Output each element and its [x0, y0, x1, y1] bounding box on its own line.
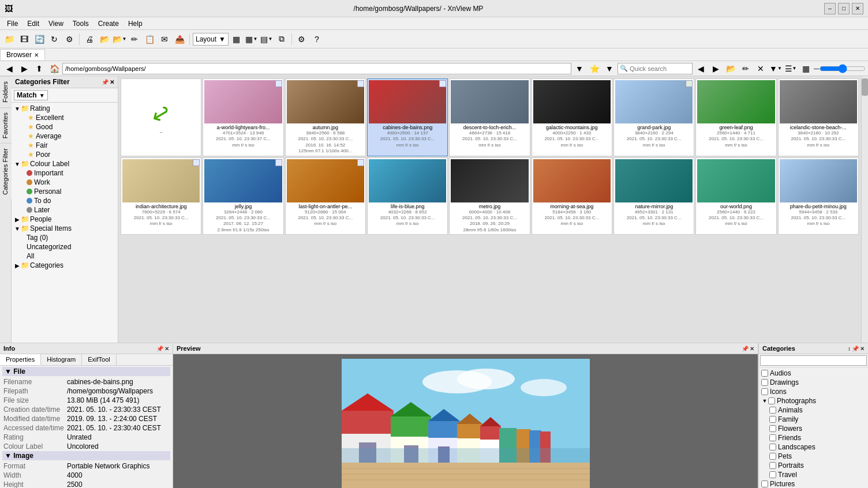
help-button[interactable]: ?	[310, 32, 324, 46]
menu-edit[interactable]: Edit	[23, 18, 44, 29]
close-preview-icon[interactable]: ✕	[750, 346, 754, 352]
tab-histogram[interactable]: Histogram	[41, 354, 82, 365]
copy-button[interactable]: 📋	[143, 32, 156, 46]
main-scrollbar[interactable]	[861, 76, 868, 343]
tree-item-categories[interactable]: ▶ 📁 Categories	[13, 261, 117, 270]
layout-dropdown[interactable]: Layout ▼	[193, 33, 229, 46]
thumb-14[interactable]: nature-mirror.jpg 4952×3301 · 2 1312021.…	[613, 157, 694, 235]
thumb-4[interactable]: galactic-mountains.jpg 4000×2250 · 1 433…	[532, 78, 612, 156]
nav-up[interactable]: ⬆	[32, 62, 46, 76]
pin-cat-icon[interactable]: 📌	[852, 346, 859, 352]
view-btn2[interactable]: ▦▼	[245, 32, 259, 46]
pin-preview-icon[interactable]: 📌	[742, 346, 749, 352]
refresh2-button[interactable]: ↻	[47, 32, 61, 46]
cat-item-travel[interactable]: Travel	[760, 470, 867, 479]
tree-item-later[interactable]: Later	[13, 205, 117, 215]
nav-back2[interactable]: ◀	[694, 62, 708, 76]
people-expand[interactable]: ▶	[14, 216, 21, 223]
cat-item-pets[interactable]: Pets	[760, 452, 867, 461]
refresh-button[interactable]: 🔄	[32, 32, 46, 46]
close-cat-icon[interactable]: ✕	[860, 346, 865, 352]
favorites-tab[interactable]: Favorites	[0, 107, 12, 143]
thumb-12[interactable]: metro.jpg 6000×4000 · 10 4082021. 05. 10…	[449, 157, 530, 235]
maximize-button[interactable]: □	[838, 3, 850, 14]
delete-btn[interactable]: ✕	[754, 62, 768, 76]
categories-filter-side-tab[interactable]: Categories Filter	[0, 143, 12, 200]
cat-search-input[interactable]	[760, 355, 867, 366]
cat-item-portraits[interactable]: Portraits	[760, 461, 867, 470]
icons-checkbox[interactable]	[761, 388, 768, 395]
browser-tab-close[interactable]: ✕	[34, 52, 39, 58]
folders-tab[interactable]: Folders	[0, 76, 12, 107]
thumb-6[interactable]: green-leaf.png 2560×1440 · 4 7112021. 05…	[695, 78, 776, 156]
tree-item-people[interactable]: ▶ 📁 People	[13, 215, 117, 224]
folder-open-button[interactable]: 📂	[98, 32, 111, 46]
thumb-5[interactable]: grand-park.jpg 3840×2160 · 2 2942021. 05…	[613, 78, 694, 156]
tree-item-good[interactable]: ★ Good	[13, 122, 117, 132]
tree-item-uncategorized[interactable]: Uncategorized	[13, 242, 117, 251]
layers-button[interactable]: ⧉	[275, 32, 289, 46]
tab-exiftool[interactable]: ExifTool	[82, 354, 117, 365]
close-info-icon[interactable]: ✕	[164, 346, 169, 352]
bookmark-button[interactable]: ⭐	[588, 62, 601, 76]
menu-help[interactable]: Help	[124, 18, 147, 29]
rename-button[interactable]: ✏	[128, 32, 141, 46]
photographs-checkbox[interactable]	[768, 397, 775, 404]
path-dropdown[interactable]: ▼	[573, 62, 586, 76]
menu-file[interactable]: File	[2, 18, 23, 29]
thumb-1[interactable]: autumn.jpg 3840×2560 · 6 5882021. 05. 10…	[285, 78, 366, 156]
mail-button[interactable]: ✉	[158, 32, 171, 46]
family-checkbox[interactable]	[769, 416, 776, 423]
special-expand[interactable]: ▼	[14, 226, 21, 232]
cat-expand[interactable]: ▶	[14, 262, 21, 269]
cat-item-animals[interactable]: Animals	[760, 406, 867, 415]
minimize-button[interactable]: –	[824, 3, 836, 14]
pin-info-icon[interactable]: 📌	[156, 346, 163, 352]
thumb-7[interactable]: icelandic-stone-beach-... 3840×2160 · 10…	[778, 78, 859, 156]
tree-item-important[interactable]: Important	[13, 168, 117, 178]
thumb-0[interactable]: a-world-lightyears-fro... 4701×3524 · 13…	[203, 78, 283, 156]
tree-item-work[interactable]: Work	[13, 178, 117, 187]
edit-btn[interactable]: ✏	[739, 62, 753, 76]
cat-item-family[interactable]: Family	[760, 415, 867, 424]
settings-button[interactable]: ⚙	[62, 32, 76, 46]
pets-checkbox[interactable]	[769, 453, 776, 460]
thumb-13[interactable]: morning-at-sea.jpg 5184×3456 · 3 1602021…	[532, 157, 612, 235]
tree-item-special[interactable]: ▼ 📁 Special Items	[13, 224, 117, 233]
nav-home[interactable]: 🏠	[47, 62, 61, 76]
flowers-checkbox[interactable]	[769, 425, 776, 432]
close-button[interactable]: ✕	[852, 3, 863, 14]
cat-item-audios[interactable]: Audios	[760, 369, 867, 378]
grid-btn[interactable]: ▦	[799, 62, 813, 76]
travel-checkbox[interactable]	[769, 471, 776, 478]
thumb-2[interactable]: cabines-de-bains.png 4000×2500 · 14 1372…	[367, 78, 448, 156]
colour-expand[interactable]: ▼	[14, 161, 21, 167]
view-btn1[interactable]: ▦	[230, 32, 244, 46]
thumb-9[interactable]: jelly.jpg 3264×2448 · 2 0802021. 05. 10.…	[203, 157, 283, 235]
cat-item-photographs[interactable]: ▼ Photographs	[760, 396, 867, 406]
scrollbar-thumb[interactable]	[862, 78, 868, 96]
nav-back[interactable]: ◀	[2, 62, 16, 76]
menu-create[interactable]: Create	[93, 18, 124, 29]
match-dropdown[interactable]: Match ▼	[14, 90, 48, 100]
drawings-checkbox[interactable]	[761, 379, 768, 386]
photographs-expand[interactable]: ▼	[761, 398, 768, 404]
expand-cat-icon[interactable]: ↕	[848, 346, 851, 352]
tree-item-fair[interactable]: ★ Fair	[13, 141, 117, 150]
thumb-15[interactable]: our-world.png 2560×1440 · 6 2222021. 05.…	[695, 157, 776, 235]
thumb-11[interactable]: life-is-blue.png 4032×2268 · 8 8522021. …	[367, 157, 448, 235]
filter-btn2[interactable]: ☰▼	[784, 62, 798, 76]
tree-item-average[interactable]: ★ Average	[13, 132, 117, 141]
nav-forward2[interactable]: ▶	[709, 62, 723, 76]
zoom-slider[interactable]	[820, 64, 866, 73]
settings2-button[interactable]: ⚙	[295, 32, 309, 46]
print-button[interactable]: 🖨	[83, 32, 96, 46]
path-input[interactable]	[62, 63, 571, 74]
friends-checkbox[interactable]	[769, 434, 776, 441]
tree-item-excellent[interactable]: ★ Excellent	[13, 113, 117, 122]
menu-view[interactable]: View	[44, 18, 68, 29]
cat-item-flowers[interactable]: Flowers	[760, 424, 867, 433]
thumb-3[interactable]: descent-to-loch-erich... 4864×2736 · 15 …	[449, 78, 530, 156]
audios-checkbox[interactable]	[761, 370, 768, 377]
view-btn3[interactable]: ▤▼	[260, 32, 274, 46]
